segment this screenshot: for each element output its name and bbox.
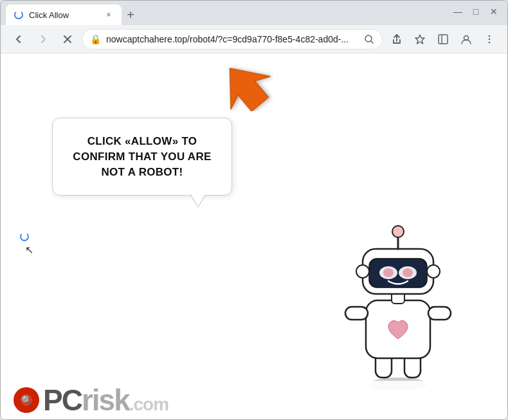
tab-close-button[interactable]: × xyxy=(104,10,114,20)
search-icon xyxy=(364,34,374,44)
sidebar-button[interactable] xyxy=(433,29,453,50)
robot-character xyxy=(327,201,469,381)
logo-icon: 🔍 xyxy=(14,387,39,413)
bookmark-button[interactable] xyxy=(410,29,430,50)
address-bar[interactable]: 🔒 nowcaptchahere.top/robot4/?c=9cd9a770-… xyxy=(82,29,383,50)
svg-text:🔍: 🔍 xyxy=(21,395,33,406)
svg-point-9 xyxy=(489,38,491,40)
mouse-cursor: ↖ xyxy=(25,244,34,257)
lock-icon: 🔒 xyxy=(90,34,101,44)
arrow-container xyxy=(215,60,273,114)
speech-bubble: CLICK «ALLOW» TO CONFIRM THAT YOU ARE NO… xyxy=(52,118,232,196)
tab-title: Click Allow xyxy=(29,10,69,20)
loading-spinner xyxy=(14,10,23,19)
url-text: nowcaptchahere.top/robot4/?c=9cd9a770-f8… xyxy=(106,34,359,44)
reload-button[interactable] xyxy=(57,29,78,50)
tab-favicon xyxy=(14,10,24,20)
nav-bar: 🔒 nowcaptchahere.top/robot4/?c=9cd9a770-… xyxy=(1,25,507,53)
logo-text-group: PC risk .com xyxy=(43,385,168,415)
svg-point-28 xyxy=(392,226,404,237)
pcrisk-logo: 🔍 PC risk .com xyxy=(14,385,168,415)
svg-point-26 xyxy=(427,265,440,278)
share-button[interactable] xyxy=(386,29,407,50)
menu-button[interactable] xyxy=(479,29,500,50)
minimize-button[interactable]: — xyxy=(449,3,466,20)
robot-svg xyxy=(327,201,469,394)
forward-button[interactable] xyxy=(33,29,53,50)
svg-line-3 xyxy=(371,41,373,43)
svg-point-8 xyxy=(489,35,491,37)
back-button[interactable] xyxy=(8,29,29,50)
nav-actions xyxy=(386,29,500,50)
svg-rect-5 xyxy=(439,35,448,44)
svg-point-25 xyxy=(356,265,369,278)
title-bar: Click Allow × + — □ ✕ xyxy=(1,1,507,25)
svg-marker-4 xyxy=(415,35,424,44)
content-area: CLICK «ALLOW» TO CONFIRM THAT YOU ARE NO… xyxy=(1,53,507,419)
arrow-icon xyxy=(215,60,273,111)
svg-rect-17 xyxy=(428,307,451,320)
close-button[interactable]: ✕ xyxy=(485,3,502,20)
maximize-button[interactable]: □ xyxy=(467,3,484,20)
logo-dotcom: .com xyxy=(129,394,168,415)
tab-bar: Click Allow × + xyxy=(6,1,447,25)
svg-rect-16 xyxy=(345,307,368,320)
svg-point-24 xyxy=(403,268,413,277)
new-tab-button[interactable]: + xyxy=(122,6,140,24)
svg-marker-11 xyxy=(215,60,273,111)
active-tab[interactable]: Click Allow × xyxy=(6,5,122,25)
page-loading-spinner xyxy=(20,232,29,241)
logo-pc: PC xyxy=(43,385,82,415)
profile-button[interactable] xyxy=(456,29,476,50)
browser-window: Click Allow × + — □ ✕ xyxy=(0,0,508,420)
svg-point-23 xyxy=(383,268,394,277)
logo-risk: risk xyxy=(82,385,129,415)
window-controls: — □ ✕ xyxy=(449,3,502,20)
footer-watermark: 🔍 PC risk .com xyxy=(1,381,507,419)
svg-point-10 xyxy=(489,41,491,43)
bubble-text: CLICK «ALLOW» TO CONFIRM THAT YOU ARE NO… xyxy=(71,134,213,179)
loading-indicator xyxy=(20,232,29,241)
